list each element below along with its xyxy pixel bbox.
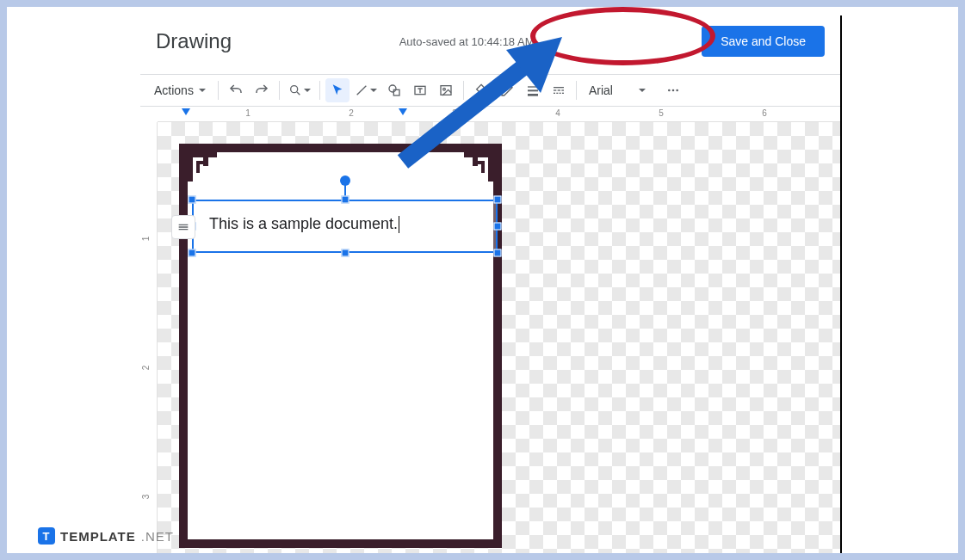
frame-corner-decoration xyxy=(188,152,217,182)
svg-point-3 xyxy=(389,85,396,92)
font-family-select[interactable]: Arial xyxy=(582,83,659,97)
save-and-close-button[interactable]: Save and Close xyxy=(702,26,825,57)
undo-icon xyxy=(228,83,244,98)
resize-handle-s[interactable] xyxy=(341,249,349,257)
toolbar-separator xyxy=(576,81,577,100)
vertical-ruler[interactable]: 1 2 3 xyxy=(140,122,158,553)
svg-rect-14 xyxy=(561,89,564,90)
rotation-handle[interactable] xyxy=(340,175,350,186)
resize-handle-sw[interactable] xyxy=(189,249,196,257)
font-family-label: Arial xyxy=(589,83,613,97)
line-tool-button[interactable] xyxy=(351,78,380,102)
chevron-down-icon xyxy=(199,89,206,92)
svg-rect-18 xyxy=(562,93,564,94)
svg-rect-8 xyxy=(528,86,538,87)
ruler-tick-label: 1 xyxy=(141,237,151,242)
resize-handle-ne[interactable] xyxy=(494,196,502,204)
svg-rect-15 xyxy=(554,93,555,94)
actions-menu-button[interactable]: Actions xyxy=(147,78,213,102)
svg-point-0 xyxy=(291,86,298,93)
pencil-icon xyxy=(500,83,514,97)
line-dash-icon xyxy=(552,83,566,97)
more-options-button[interactable] xyxy=(661,78,685,102)
svg-rect-12 xyxy=(554,89,556,90)
ruler-tick-label: 4 xyxy=(555,108,560,118)
svg-line-1 xyxy=(297,92,300,95)
autosave-status: Auto-saved at 10:44:18 AM xyxy=(399,35,535,48)
svg-point-21 xyxy=(676,89,678,92)
image-tool-button[interactable] xyxy=(434,78,458,102)
ruler-margin-handle[interactable] xyxy=(399,108,407,115)
textbox-drag-handle[interactable] xyxy=(171,215,195,239)
textbox-text: This is a sample document. xyxy=(209,215,398,232)
horizontal-ruler[interactable]: 1 2 3 4 5 6 xyxy=(158,107,840,122)
more-icon xyxy=(666,83,680,97)
drag-icon xyxy=(176,220,190,234)
dialog-header: Drawing Auto-saved at 10:44:18 AM Save a… xyxy=(140,15,840,74)
redo-icon xyxy=(254,83,269,98)
textbox-content[interactable]: This is a sample document. xyxy=(209,215,399,233)
toolbar-separator xyxy=(463,81,464,100)
chevron-down-icon xyxy=(370,89,377,92)
chevron-down-icon xyxy=(639,89,646,92)
border-color-button[interactable] xyxy=(495,78,519,102)
zoom-icon xyxy=(288,83,302,97)
drawing-dialog: Drawing Auto-saved at 10:44:18 AM Save a… xyxy=(140,15,842,553)
undo-button[interactable] xyxy=(224,78,248,102)
frame-corner-decoration xyxy=(464,152,493,182)
textbox-tool-button[interactable] xyxy=(408,78,432,102)
line-weight-icon xyxy=(526,83,540,97)
image-icon xyxy=(439,83,453,97)
svg-rect-4 xyxy=(393,89,399,95)
redo-button[interactable] xyxy=(250,78,274,102)
shape-icon xyxy=(387,83,401,97)
select-tool-button[interactable] xyxy=(325,78,350,102)
textbox-icon xyxy=(413,83,427,97)
fill-color-button[interactable] xyxy=(469,78,493,102)
template-net-logo-icon: T xyxy=(38,527,55,545)
line-icon xyxy=(355,83,368,97)
text-cursor xyxy=(399,216,399,233)
shape-tool-button[interactable] xyxy=(382,78,406,102)
svg-rect-9 xyxy=(528,89,538,91)
template-net-watermark: T TEMPLATE.NET xyxy=(38,527,174,545)
border-weight-button[interactable] xyxy=(521,78,545,102)
svg-rect-13 xyxy=(558,89,560,90)
ruler-tick-label: 5 xyxy=(659,108,664,118)
cursor-icon xyxy=(331,83,344,97)
paint-bucket-icon xyxy=(474,83,488,97)
drawing-toolbar: Actions xyxy=(140,74,840,107)
chevron-down-icon xyxy=(304,89,311,92)
border-dash-button[interactable] xyxy=(547,78,571,102)
watermark-suffix: .NET xyxy=(141,529,174,544)
resize-handle-se[interactable] xyxy=(494,249,502,257)
svg-point-7 xyxy=(443,88,446,90)
ruler-tick-label: 6 xyxy=(762,108,767,118)
resize-handle-nw[interactable] xyxy=(189,196,196,204)
ruler-tick-label: 2 xyxy=(141,366,151,371)
ruler-tick-label: 1 xyxy=(245,108,251,118)
svg-rect-10 xyxy=(528,94,538,96)
toolbar-separator xyxy=(218,81,219,100)
drawing-canvas[interactable]: This is a sample document. xyxy=(158,122,840,553)
svg-point-19 xyxy=(668,89,671,92)
ruler-tick-label: 3 xyxy=(141,495,151,500)
resize-handle-n[interactable] xyxy=(341,196,349,204)
selected-textbox[interactable]: This is a sample document. xyxy=(192,200,498,253)
svg-line-2 xyxy=(357,86,367,95)
ruler-tick-label: 2 xyxy=(349,108,354,118)
svg-rect-11 xyxy=(554,87,564,88)
svg-rect-17 xyxy=(560,93,561,94)
toolbar-separator xyxy=(279,81,280,100)
zoom-button[interactable] xyxy=(285,78,314,102)
ruler-tick-label: 3 xyxy=(452,108,457,118)
ruler-margin-handle[interactable] xyxy=(182,108,190,115)
svg-point-20 xyxy=(672,89,675,92)
actions-label: Actions xyxy=(154,83,194,97)
canvas-area: 1 2 3 4 5 6 1 2 3 xyxy=(140,107,840,553)
dialog-title: Drawing xyxy=(156,29,232,53)
svg-rect-16 xyxy=(556,93,558,94)
toolbar-separator xyxy=(319,81,320,100)
resize-handle-e[interactable] xyxy=(494,223,502,231)
watermark-brand: TEMPLATE xyxy=(60,529,136,544)
